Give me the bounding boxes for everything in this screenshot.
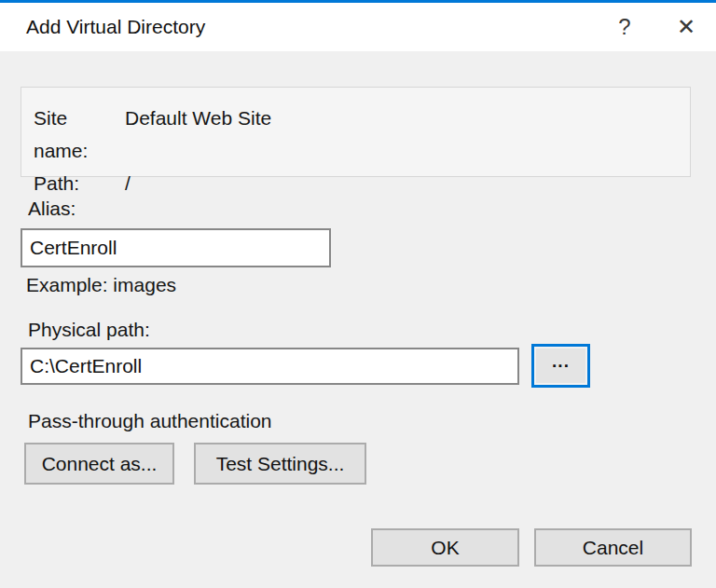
- physical-path-input[interactable]: [21, 348, 519, 385]
- help-icon: ?: [618, 14, 630, 40]
- site-info-panel: Site name: Default Web Site Path: /: [21, 87, 691, 177]
- dialog-title: Add Virtual Directory: [26, 16, 205, 38]
- close-icon: ✕: [677, 14, 695, 40]
- help-button[interactable]: ?: [602, 3, 647, 51]
- path-label: Path:: [34, 167, 125, 199]
- titlebar-buttons: ? ✕: [602, 3, 716, 51]
- connect-as-button[interactable]: Connect as...: [24, 443, 174, 485]
- alias-input[interactable]: [21, 228, 331, 267]
- ellipsis-icon: ...: [552, 351, 570, 372]
- alias-example-hint: Example: images: [26, 274, 176, 296]
- site-name-row: Site name: Default Web Site: [34, 102, 690, 167]
- path-row: Path: /: [34, 167, 690, 199]
- site-name-label: Site name:: [34, 102, 125, 167]
- alias-label: Alias:: [28, 198, 76, 220]
- ok-button[interactable]: OK: [371, 528, 519, 567]
- browse-button[interactable]: ...: [531, 344, 590, 388]
- title-bar[interactable]: Add Virtual Directory ? ✕: [0, 3, 716, 51]
- test-settings-button[interactable]: Test Settings...: [194, 443, 366, 485]
- path-value: /: [125, 167, 690, 199]
- cancel-button[interactable]: Cancel: [534, 528, 692, 567]
- passthrough-auth-label: Pass-through authentication: [28, 410, 272, 432]
- site-name-value: Default Web Site: [125, 102, 690, 167]
- close-button[interactable]: ✕: [664, 3, 709, 51]
- physical-path-label: Physical path:: [28, 319, 150, 341]
- add-virtual-directory-dialog: Add Virtual Directory ? ✕ Site name: Def…: [0, 0, 716, 588]
